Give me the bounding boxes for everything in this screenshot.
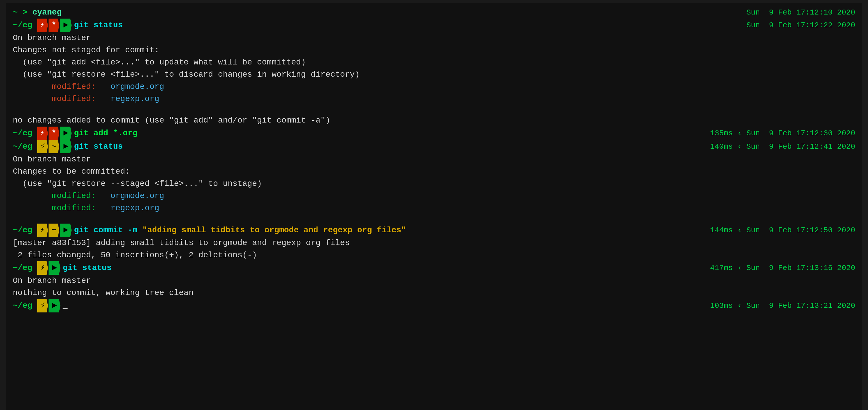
line-git-add: ~/eg ⚡ * ► git add *.org 135ms ‹ Sun 9 F… <box>13 127 855 140</box>
output-branch-2: On branch master <box>13 153 855 166</box>
output-modified-regexp-2: modified: regexp.org <box>13 202 855 214</box>
cmd-cd: cyan <box>32 6 52 19</box>
timestamp-git-add: 135ms ‹ Sun 9 Feb 17:12:30 2020 <box>710 128 855 139</box>
output-changes-to-commit: Changes to be committed: <box>13 166 855 178</box>
badge-green-add: ► <box>60 127 72 140</box>
badge-yellow-lightning-2: ⚡ <box>37 224 48 237</box>
badge-green-status2: ► <box>60 140 72 153</box>
timestamp-2: Sun 9 Feb 17:12:22 2020 <box>746 20 855 31</box>
cmd-git-commit-plain: git commit -m <box>74 224 143 236</box>
blank-1 <box>13 105 855 114</box>
badge-green-2: ► <box>60 19 72 32</box>
cmd-git-status-3: git status <box>74 141 123 153</box>
dir-eg-2: ~/eg <box>13 19 37 31</box>
badge-yellow-simple: ⚡ <box>37 261 48 275</box>
line-git-status-3: ~/eg ⚡ ► git status 417ms ‹ Sun 9 Feb 17… <box>13 261 855 275</box>
dir-eg-status3: ~/eg <box>13 262 37 274</box>
output-changes-not-staged: Changes not staged for commit: <box>13 44 855 56</box>
output-nothing-commit: nothing to commit, working tree clean <box>13 287 855 299</box>
output-modified-regexp-1: modified: regexp.org <box>13 93 855 105</box>
output-branch-1: On branch master <box>13 32 855 44</box>
output-hint-unstage: (use "git restore --staged <file>..." to… <box>13 178 855 190</box>
cmd-git-add: git add *.org <box>74 127 137 139</box>
badge-red-lightning: ⚡ <box>37 19 48 32</box>
output-files-changed: 2 files changed, 50 insertions(+), 2 del… <box>13 249 855 261</box>
dir-tilde-1: ~ <box>13 6 23 19</box>
prompt-arrow-1: > <box>23 6 33 19</box>
cmd-git-status-2: git status <box>74 19 123 31</box>
badge-green-final: ► <box>49 299 60 312</box>
timestamp-git-commit: 144ms ‹ Sun 9 Feb 17:12:50 2020 <box>710 225 855 236</box>
cmd-git-status-4: git status <box>63 262 112 274</box>
timestamp-git-status-3: 417ms ‹ Sun 9 Feb 17:13:16 2020 <box>710 263 855 274</box>
badge-red-star: * <box>49 19 59 32</box>
output-hint-restore: (use "git restore <file>..." to discard … <box>13 69 855 81</box>
timestamp-git-status-2: 140ms ‹ Sun 9 Feb 17:12:41 2020 <box>710 141 855 152</box>
cmd-commit-string: "adding small tidbits to orgmode and reg… <box>143 224 406 236</box>
line-2: ~/eg ⚡ * ► git status Sun 9 Feb 17:12:22… <box>13 19 855 32</box>
badge-red-lightning-2: ⚡ <box>37 127 48 140</box>
line-git-status-2: ~/eg ⚡ ~ ► git status 140ms ‹ Sun 9 Feb … <box>13 140 855 153</box>
badge-yellow-lightning: ⚡ <box>37 140 48 153</box>
line-final-prompt: ~/eg ⚡ ► _ 103ms ‹ Sun 9 Feb 17:13:21 20… <box>13 299 855 312</box>
badge-red-star-2: * <box>49 127 59 140</box>
dir-eg-commit: ~/eg <box>13 224 37 236</box>
output-commit-result: [master a83f153] adding small tidbits to… <box>13 237 855 249</box>
output-branch-3: On branch master <box>13 275 855 287</box>
badge-green-status3: ► <box>49 261 60 275</box>
timestamp-1: Sun 9 Feb 17:12:10 2020 <box>746 7 855 18</box>
dir-eg-add: ~/eg <box>13 127 37 139</box>
badge-yellow-final: ⚡ <box>37 299 48 312</box>
output-modified-orgmode-2: modified: orgmode.org <box>13 190 855 202</box>
timestamp-final: 103ms ‹ Sun 9 Feb 17:13:21 2020 <box>710 300 855 312</box>
output-hint-add: (use "git add <file>..." to update what … <box>13 56 855 69</box>
cursor: _ <box>63 300 68 312</box>
badge-tilde-2: ~ <box>49 224 59 237</box>
terminal: ~ > cyaneg Sun 9 Feb 17:12:10 2020 ~/eg … <box>6 3 862 410</box>
blank-2 <box>13 214 855 224</box>
line-git-commit: ~/eg ⚡ ~ ► git commit -m "adding small t… <box>13 224 855 237</box>
badge-green-commit: ► <box>60 224 72 237</box>
line-1: ~ > cyaneg Sun 9 Feb 17:12:10 2020 <box>13 6 855 19</box>
dir-eg-status2: ~/eg <box>13 141 37 153</box>
output-modified-orgmode-1: modified: orgmode.org <box>13 81 855 93</box>
dir-eg-final: ~/eg <box>13 300 37 312</box>
badge-tilde: ~ <box>49 140 59 153</box>
output-no-changes: no changes added to commit (use "git add… <box>13 114 855 127</box>
